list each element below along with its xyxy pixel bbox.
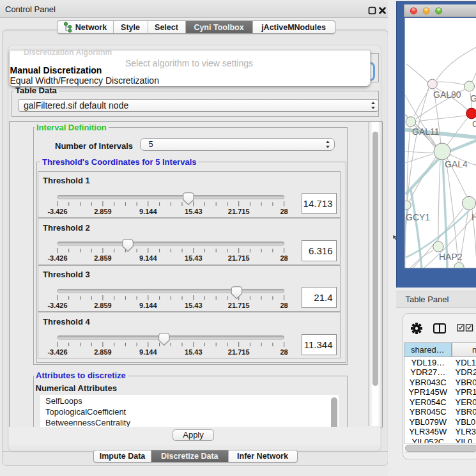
svg-text:2.859: 2.859	[94, 302, 112, 309]
svg-text:2.859: 2.859	[94, 254, 112, 262]
svg-text:15.43: 15.43	[185, 302, 203, 309]
svg-text:15.43: 15.43	[185, 208, 203, 215]
svg-text:GAL4: GAL4	[445, 159, 468, 169]
svg-text:-3.426: -3.426	[47, 208, 67, 215]
svg-text:-3.426: -3.426	[47, 348, 67, 356]
svg-text:GCY1: GCY1	[406, 212, 430, 222]
svg-text:HAP2: HAP2	[439, 252, 463, 262]
svg-text:21.715: 21.715	[228, 302, 250, 309]
svg-text:GA: GA	[470, 93, 476, 104]
svg-text:15.43: 15.43	[185, 348, 203, 356]
svg-text:21.715: 21.715	[228, 254, 250, 262]
svg-text:-3.426: -3.426	[47, 302, 67, 309]
svg-text:2.859: 2.859	[94, 208, 112, 215]
svg-text:9.144: 9.144	[139, 348, 157, 356]
svg-text:28: 28	[280, 208, 288, 215]
svg-text:9.144: 9.144	[139, 208, 157, 215]
svg-text:21.715: 21.715	[228, 208, 250, 215]
svg-text:2.859: 2.859	[94, 348, 112, 356]
svg-text:GAL80: GAL80	[433, 89, 461, 100]
svg-text:GAL11: GAL11	[412, 127, 440, 137]
svg-text:21.715: 21.715	[228, 348, 250, 356]
svg-text:9.144: 9.144	[139, 254, 157, 262]
svg-text:C: C	[472, 119, 476, 129]
svg-text:15.43: 15.43	[185, 254, 203, 262]
svg-text:28: 28	[280, 348, 288, 356]
svg-text:9.144: 9.144	[139, 302, 157, 309]
svg-text:28: 28	[280, 254, 288, 262]
svg-text:H: H	[472, 212, 476, 222]
svg-text:-3.426: -3.426	[47, 254, 67, 262]
svg-text:28: 28	[280, 302, 288, 309]
